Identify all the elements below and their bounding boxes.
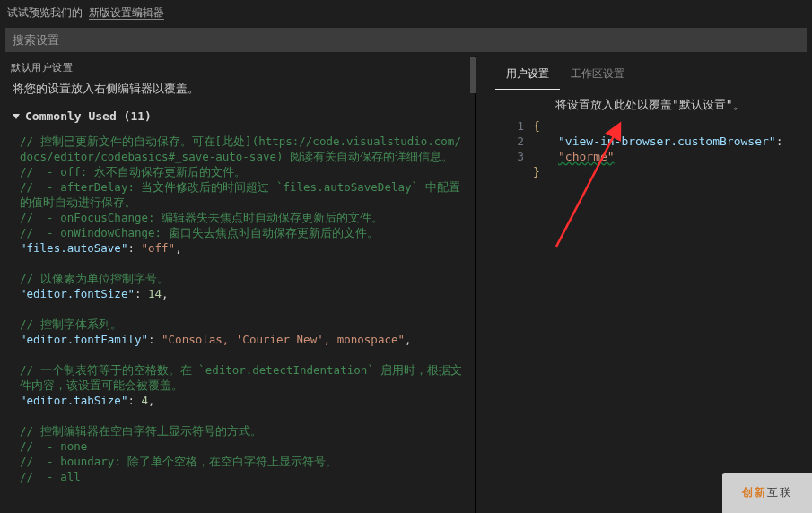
default-settings-header: 默认用户设置 bbox=[0, 56, 475, 80]
code-body[interactable]: { "view-in-browser.customBrowser": "chor… bbox=[533, 118, 812, 179]
chevron-down-icon bbox=[13, 114, 20, 119]
preview-bar: 试试预览我们的 新版设置编辑器 bbox=[0, 0, 812, 26]
user-settings-pane: 用户设置 工作区设置 将设置放入此处以覆盖"默认设置"。 1 2 3 { "vi… bbox=[479, 56, 812, 513]
search-input[interactable]: 搜索设置 bbox=[5, 28, 807, 52]
watermark-logo: 创新互联 bbox=[722, 473, 812, 513]
commonly-used-group[interactable]: Commonly Used (11) bbox=[0, 106, 475, 130]
line-gutter: 1 2 3 bbox=[513, 118, 533, 179]
settings-tabs: 用户设置 工作区设置 bbox=[479, 56, 812, 90]
default-settings-subtitle: 将您的设置放入右侧编辑器以覆盖。 bbox=[0, 80, 475, 106]
group-title: Commonly Used (11) bbox=[25, 109, 152, 123]
user-settings-subtitle: 将设置放入此处以覆盖"默认设置"。 bbox=[479, 90, 812, 118]
tab-user-settings[interactable]: 用户设置 bbox=[495, 63, 560, 90]
default-settings-code[interactable]: // 控制已更新文件的自动保存。可在[此处](https://code.visu… bbox=[0, 130, 475, 491]
tab-workspace-settings[interactable]: 工作区设置 bbox=[560, 63, 635, 90]
scrollbar[interactable] bbox=[470, 57, 476, 93]
preview-text: 试试预览我们的 bbox=[7, 6, 83, 19]
user-settings-editor[interactable]: 1 2 3 { "view-in-browser.customBrowser":… bbox=[479, 118, 812, 179]
default-settings-pane: 默认用户设置 将您的设置放入右侧编辑器以覆盖。 Commonly Used (1… bbox=[0, 56, 476, 513]
preview-link[interactable]: 新版设置编辑器 bbox=[89, 6, 164, 20]
